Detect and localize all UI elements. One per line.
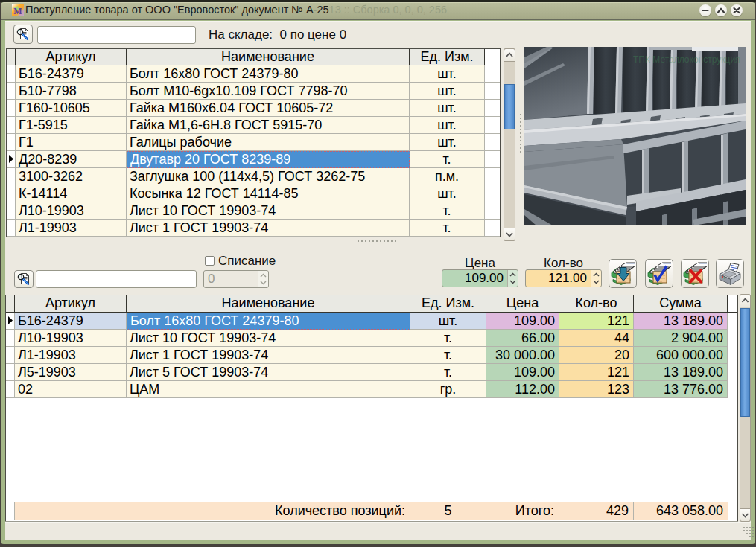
svg-text:M: M [13,6,22,16]
svg-text:ТПК Металлоконструкция: ТПК Металлоконструкция [633,54,740,65]
